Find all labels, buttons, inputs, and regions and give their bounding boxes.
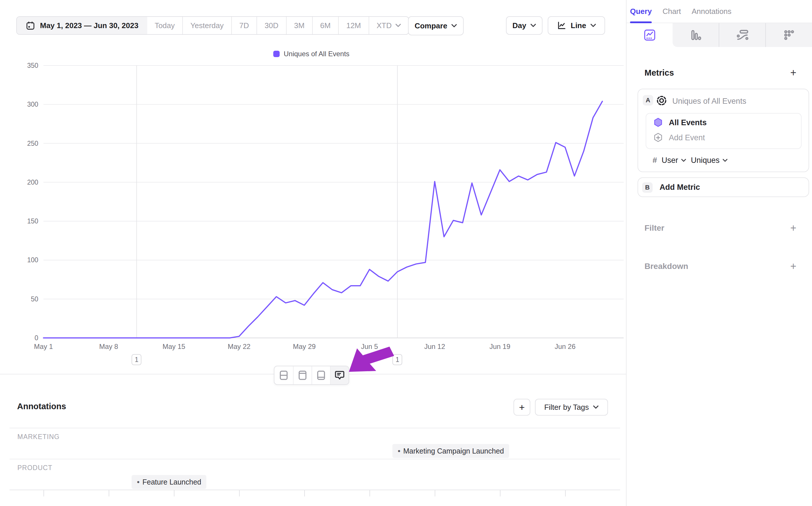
- chevron-down-icon: [722, 159, 728, 162]
- y-tick-label: 50: [31, 295, 38, 303]
- timeline-tick: [369, 490, 370, 496]
- filter-by-tags-label: Filter by Tags: [544, 403, 589, 412]
- sidebar-tabs: QueryChartAnnotations: [627, 0, 812, 23]
- y-tick-label: 0: [34, 334, 38, 342]
- annotation-count-badge[interactable]: 1: [131, 354, 142, 365]
- measure-entity-select[interactable]: User: [661, 156, 686, 165]
- add-event-row[interactable]: Add Event: [653, 132, 705, 143]
- timeline-tick: [239, 490, 240, 496]
- row-divider: [10, 428, 620, 428]
- panel-split-icon: [278, 369, 289, 381]
- metric-a-name: Uniques of All Events: [672, 97, 746, 106]
- x-tick-label: May 29: [293, 343, 316, 350]
- panel-top-icon: [297, 369, 308, 381]
- pointer-arrow: [345, 341, 403, 377]
- event-label: All Events: [669, 118, 707, 127]
- timeline-tick: [174, 490, 174, 496]
- hash-icon: #: [653, 156, 657, 165]
- y-tick-label: 150: [27, 217, 38, 225]
- add-annotation-button[interactable]: +: [514, 399, 530, 416]
- grid-dots-view-tab[interactable]: [765, 23, 812, 47]
- x-tick-label: May 8: [99, 343, 118, 350]
- annotation-category-label: PRODUCT: [17, 464, 53, 472]
- panel-top-toggle[interactable]: [293, 366, 311, 384]
- metric-a-badge: A: [643, 95, 653, 105]
- timeline-tick: [304, 490, 305, 496]
- timeline-tick: [109, 490, 109, 496]
- tab-chart[interactable]: Chart: [662, 0, 681, 23]
- annotations-timeline-axis: [10, 490, 620, 490]
- panel-bottom-icon: [315, 369, 327, 381]
- x-tick-label: May 1: [34, 343, 53, 350]
- plus-icon: +: [519, 402, 525, 413]
- measure-row: # User Uniques: [653, 156, 728, 165]
- bullet-icon: •: [397, 446, 400, 455]
- add-metric-plus-icon[interactable]: +: [790, 67, 796, 79]
- query-sidebar: QueryChartAnnotations Metrics + A Unique…: [626, 0, 812, 506]
- hexagon-plus-icon: [653, 132, 664, 143]
- x-tick-label: May 22: [228, 343, 251, 350]
- measure-type-select[interactable]: Uniques: [691, 156, 728, 165]
- add-filter-plus-icon[interactable]: +: [790, 222, 796, 234]
- row-divider: [10, 459, 620, 459]
- add-metric-card[interactable]: B Add Metric: [638, 177, 809, 197]
- series-line: [43, 101, 603, 338]
- chart-type-selector: [627, 23, 812, 47]
- timeline-tick: [435, 490, 435, 496]
- x-tick-label: Jun 26: [555, 343, 575, 350]
- annotation-category-label: MARKETING: [17, 433, 60, 441]
- line-chart-view-tab[interactable]: [627, 23, 672, 47]
- bar-chart-icon: [689, 28, 703, 42]
- y-tick-label: 100: [27, 256, 38, 264]
- bullet-icon: •: [137, 478, 140, 487]
- x-tick-label: Jun 12: [424, 343, 445, 350]
- timeline-tick: [565, 490, 566, 496]
- breakdown-section-title: Breakdown: [644, 262, 688, 271]
- filter-section-title: Filter: [644, 224, 664, 233]
- chart-footer-toolbar: [274, 366, 349, 385]
- annotation-item-label: Feature Launched: [143, 478, 201, 486]
- panel-bottom-toggle[interactable]: [311, 366, 330, 384]
- annotation-item-label: Marketing Campaign Launched: [403, 447, 504, 455]
- y-tick-label: 300: [27, 100, 38, 108]
- comment-icon: [334, 369, 345, 381]
- add-breakdown-plus-icon[interactable]: +: [790, 260, 796, 272]
- y-tick-label: 350: [27, 62, 38, 69]
- measure-type-label: Uniques: [691, 156, 720, 165]
- add-event-label: Add Event: [669, 133, 705, 142]
- tab-query[interactable]: Query: [630, 0, 652, 23]
- grid-dots-icon: [783, 28, 796, 42]
- measure-entity-label: User: [661, 156, 678, 165]
- filter-by-tags-button[interactable]: Filter by Tags: [535, 399, 608, 416]
- timeline-tick: [500, 490, 501, 496]
- x-tick-label: Jun 19: [489, 343, 510, 350]
- measure-gear-icon[interactable]: [656, 95, 667, 107]
- x-tick-label: May 15: [163, 343, 185, 350]
- tab-annotations[interactable]: Annotations: [692, 0, 731, 23]
- chevron-down-icon: [593, 405, 599, 409]
- hexagon-icon: [653, 117, 664, 128]
- line-chart-icon: [643, 28, 656, 42]
- flow-icon: [735, 28, 749, 42]
- event-card: All Events Add Event: [646, 113, 802, 149]
- bar-chart-view-tab[interactable]: [672, 23, 719, 47]
- annotation-item-badge[interactable]: •Feature Launched: [131, 475, 206, 489]
- chevron-down-icon: [681, 159, 686, 162]
- metric-card-a[interactable]: A Uniques of All Events All Events: [638, 89, 809, 172]
- add-metric-label: Add Metric: [659, 183, 700, 192]
- annotation-item-badge[interactable]: •Marketing Campaign Launched: [392, 444, 509, 458]
- timeline-tick: [43, 490, 44, 496]
- y-tick-label: 250: [27, 140, 38, 147]
- metrics-title: Metrics: [644, 68, 674, 78]
- panel-split-toggle[interactable]: [274, 366, 293, 384]
- flow-view-tab[interactable]: [719, 23, 765, 47]
- event-row-all-events[interactable]: All Events: [653, 117, 707, 128]
- annotations-panel-title: Annotations: [17, 402, 66, 411]
- metric-b-badge: B: [642, 182, 653, 193]
- y-tick-label: 200: [27, 178, 38, 186]
- line-chart: 050100150200250300350May 1May 8May 15May…: [0, 0, 626, 365]
